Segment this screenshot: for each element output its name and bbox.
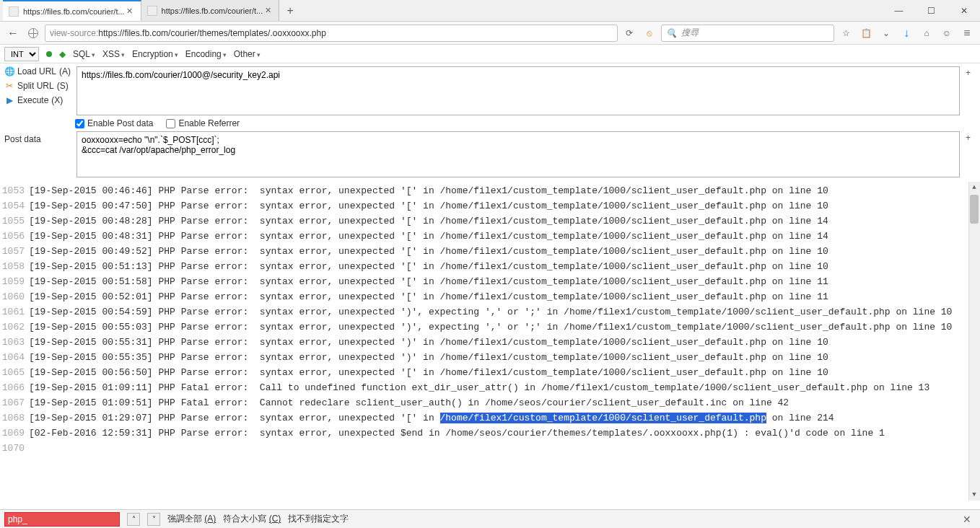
tab-1[interactable]: https://files.fb.com/courier/t... ✕ — [141, 0, 280, 21]
load-url-label: Load URL — [17, 66, 56, 76]
find-prev-button[interactable]: ˄ — [127, 513, 140, 526]
search-icon: 🔍 — [666, 28, 677, 38]
tab-strip: https://files.fb.com/courier/t... ✕ http… — [3, 0, 301, 21]
line-text[interactable]: [19-Sep-2015 00:47:50] PHP Parse error: … — [29, 198, 966, 214]
enable-post-label: Enable Post data — [87, 118, 153, 128]
hackbar-execute[interactable]: ▶ Execute (X) — [4, 95, 71, 105]
close-window-button[interactable]: ✕ — [948, 0, 980, 22]
source-line: 1066[19-Sep-2015 01:09:11] PHP Fatal err… — [0, 380, 980, 395]
bookmark-star-icon[interactable]: ☆ — [837, 25, 854, 42]
hackbar-side: 🌐 Load URL (A) ✂ Split URL (S) ▶ Execute… — [4, 66, 71, 115]
home-icon[interactable]: ⌂ — [918, 25, 935, 42]
scrollbar-thumb[interactable] — [970, 195, 979, 224]
search-box[interactable]: 🔍 搜尋 — [661, 25, 834, 42]
find-highlight-all[interactable]: 強調全部 (A) — [167, 513, 216, 525]
hackbar-post-add[interactable]: + — [966, 131, 976, 143]
hackbar-other-menu[interactable]: Other — [234, 49, 261, 59]
line-text[interactable]: [19-Sep-2015 01:09:51] PHP Fatal error: … — [29, 395, 966, 410]
find-highlight-key: (A) — [204, 514, 216, 524]
scrollbar-track[interactable]: ▲ ▼ — [968, 182, 980, 501]
url-input[interactable]: view-source: https://files.fb.com/courie… — [45, 25, 618, 42]
split-url-label: Split URL — [17, 81, 54, 91]
identity-icon[interactable] — [25, 25, 42, 42]
post-data-label: Post data — [4, 131, 71, 177]
hackbar-post-textarea[interactable]: ooxxooxx=echo "\n".`$_POST[ccc]`; &ccc=c… — [76, 131, 960, 177]
noscript-icon[interactable]: ⦸ — [641, 25, 658, 42]
hackbar-split-url[interactable]: ✂ Split URL (S) — [4, 81, 71, 91]
tab-close-0[interactable]: ✕ — [125, 6, 135, 16]
line-text[interactable]: [19-Sep-2015 00:46:46] PHP Parse error: … — [29, 183, 966, 198]
downloads-icon[interactable]: ↓ — [898, 25, 915, 42]
view-source-pane[interactable]: 1053[19-Sep-2015 00:46:46] PHP Parse err… — [0, 182, 980, 501]
enable-referrer-input[interactable] — [166, 119, 175, 128]
clipboard-icon[interactable]: 📋 — [857, 25, 875, 42]
line-text[interactable]: [19-Sep-2015 00:52:01] PHP Parse error: … — [29, 289, 966, 304]
reload-button[interactable]: ⟳ — [621, 25, 638, 42]
url-scheme-prefix: view-source: — [50, 28, 98, 38]
source-line: 1064[19-Sep-2015 00:55:35] PHP Parse err… — [0, 350, 980, 365]
source-line: 1060[19-Sep-2015 00:52:01] PHP Parse err… — [0, 289, 980, 304]
line-text[interactable]: [19-Sep-2015 00:55:03] PHP Parse error: … — [29, 320, 966, 335]
hackbar-post-row: Post data ooxxooxx=echo "\n".`$_POST[ccc… — [0, 131, 980, 182]
menu-icon[interactable]: ≡ — [958, 25, 976, 42]
scroll-up-arrow-icon[interactable]: ▲ — [968, 182, 980, 193]
enable-referrer-checkbox[interactable]: Enable Referrer — [166, 118, 240, 128]
find-status: 找不到指定文字 — [288, 513, 349, 525]
line-text[interactable] — [29, 441, 966, 456]
line-number: 1060 — [0, 289, 29, 304]
line-text[interactable]: [19-Sep-2015 00:55:31] PHP Parse error: … — [29, 335, 966, 350]
enable-post-checkbox[interactable]: Enable Post data — [75, 118, 153, 128]
window-controls: — ☐ ✕ — [883, 0, 980, 22]
line-text[interactable]: [19-Sep-2015 00:55:35] PHP Parse error: … — [29, 350, 966, 365]
hackbar-xss-menu[interactable]: XSS — [102, 49, 125, 59]
maximize-button[interactable]: ☐ — [915, 0, 948, 22]
hackbar-load-url[interactable]: 🌐 Load URL (A) — [4, 66, 71, 76]
new-tab-button[interactable]: + — [279, 0, 301, 21]
enable-post-input[interactable] — [75, 119, 84, 128]
source-line: 1065[19-Sep-2015 00:56:50] PHP Parse err… — [0, 365, 980, 380]
feedback-icon[interactable]: ☺ — [938, 25, 955, 42]
find-input[interactable] — [4, 512, 120, 527]
hackbar-sql-menu[interactable]: SQL — [73, 49, 95, 59]
line-text[interactable]: [02-Feb-2016 12:59:31] PHP Parse error: … — [29, 426, 966, 441]
line-text[interactable]: [19-Sep-2015 00:49:52] PHP Parse error: … — [29, 244, 966, 259]
line-text[interactable]: [19-Sep-2015 00:51:13] PHP Parse error: … — [29, 259, 966, 274]
search-placeholder: 搜尋 — [681, 27, 699, 39]
line-text[interactable]: [19-Sep-2015 01:09:11] PHP Fatal error: … — [29, 380, 966, 395]
line-text[interactable]: [19-Sep-2015 00:56:50] PHP Parse error: … — [29, 365, 966, 380]
find-match-case[interactable]: 符合大小寫 (C) — [223, 513, 281, 525]
status-dot-dim-icon: ◆ — [59, 49, 66, 59]
tab-title-1: https://files.fb.com/courier/t... — [162, 6, 263, 15]
source-line: 1067[19-Sep-2015 01:09:51] PHP Fatal err… — [0, 395, 980, 410]
enable-referrer-label: Enable Referrer — [178, 118, 240, 128]
execute-icon: ▶ — [4, 95, 14, 105]
line-text[interactable]: [19-Sep-2015 00:48:28] PHP Parse error: … — [29, 214, 966, 229]
hackbar-url-add[interactable]: + — [966, 66, 976, 78]
url-text: https://files.fb.com/courier/themes/temp… — [98, 28, 325, 38]
hackbar-db-select[interactable]: INT — [4, 47, 39, 61]
minimize-button[interactable]: — — [883, 0, 915, 22]
pocket-icon[interactable]: ⌄ — [878, 25, 895, 42]
source-line: 1069[02-Feb-2016 12:59:31] PHP Parse err… — [0, 426, 980, 441]
tab-close-1[interactable]: ✕ — [263, 6, 273, 15]
text-selection: /home/filex1/custom_template/1000/sclien… — [440, 413, 766, 423]
line-text[interactable]: [19-Sep-2015 00:48:31] PHP Parse error: … — [29, 229, 966, 244]
line-text[interactable]: [19-Sep-2015 01:29:07] PHP Parse error: … — [29, 410, 966, 426]
line-number: 1056 — [0, 229, 29, 244]
hackbar-url-textarea[interactable]: https://files.fb.com/courier/1000@/secur… — [76, 66, 960, 115]
line-text[interactable]: [19-Sep-2015 00:51:58] PHP Parse error: … — [29, 274, 966, 289]
find-next-button[interactable]: ˅ — [147, 513, 160, 526]
line-text[interactable]: [19-Sep-2015 00:54:59] PHP Parse error: … — [29, 304, 966, 320]
source-line: 1063[19-Sep-2015 00:55:31] PHP Parse err… — [0, 335, 980, 350]
find-close-button[interactable]: ✕ — [958, 514, 976, 525]
tab-title-0: https://files.fb.com/courier/t... — [23, 7, 125, 16]
tab-0[interactable]: https://files.fb.com/courier/t... ✕ — [3, 0, 141, 21]
execute-label: Execute — [17, 95, 48, 105]
hackbar-options: Enable Post data Enable Referrer — [0, 115, 980, 131]
source-line: 1054[19-Sep-2015 00:47:50] PHP Parse err… — [0, 198, 980, 214]
scroll-down-arrow-icon[interactable]: ▼ — [968, 489, 980, 501]
back-button[interactable]: ← — [4, 25, 22, 42]
hackbar-encryption-menu[interactable]: Encryption — [132, 49, 178, 59]
find-bar: ˄ ˅ 強調全部 (A) 符合大小寫 (C) 找不到指定文字 ✕ — [0, 509, 980, 528]
hackbar-encoding-menu[interactable]: Encoding — [185, 49, 227, 59]
